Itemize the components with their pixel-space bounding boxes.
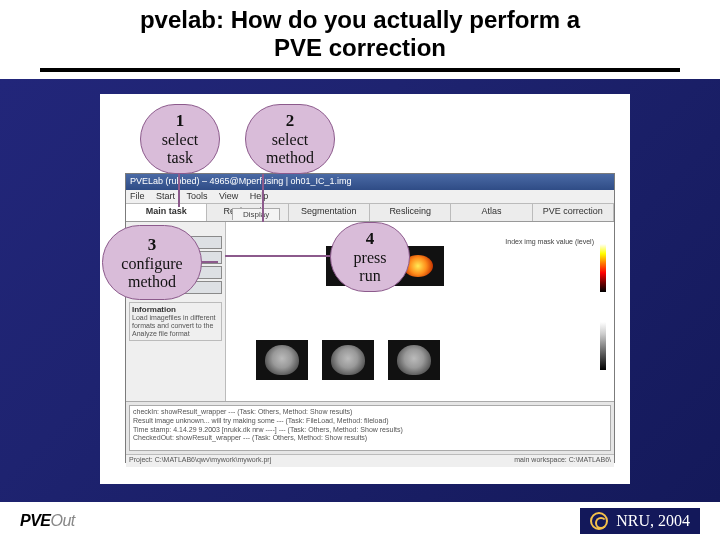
leader-1 bbox=[178, 174, 180, 207]
tab-pve-correction[interactable]: PVE correction bbox=[533, 204, 614, 221]
window-titlebar: PVELab (rubbed) – 4965@Mperfusing | oh01… bbox=[126, 174, 614, 190]
pvelab-window: PVELab (rubbed) – 4965@Mperfusing | oh01… bbox=[125, 173, 615, 463]
title-underline bbox=[40, 68, 680, 72]
swirl-icon bbox=[590, 512, 608, 530]
colorbar-label: Index img mask value (level) bbox=[505, 238, 594, 245]
tab-atlas[interactable]: Atlas bbox=[451, 204, 532, 221]
mri-scan-2 bbox=[322, 340, 374, 380]
leader-3 bbox=[200, 261, 218, 263]
task-tabs[interactable]: Main task Registration Segmentation Resl… bbox=[126, 204, 614, 222]
slide-title: pvelab: How do you actually perform aPVE… bbox=[0, 6, 720, 61]
log-box: checkIn: showResult_wrapper --- (Task: O… bbox=[129, 405, 611, 451]
pveout-logo: PVEOut bbox=[20, 512, 75, 530]
callout-2: 2 select method bbox=[245, 104, 335, 174]
menu-tools[interactable]: Tools bbox=[186, 191, 207, 201]
nru-text: NRU, 2004 bbox=[616, 512, 690, 530]
log-line: CheckedOut: showResult_wrapper --- (Task… bbox=[133, 434, 607, 443]
subtab-display[interactable]: Display bbox=[232, 208, 280, 220]
mri-scan-3 bbox=[388, 340, 440, 380]
status-project: Project: C:\MATLAB6\qwv\mywork\mywork.pr… bbox=[129, 456, 514, 466]
menubar[interactable]: File Start Tools View Help bbox=[126, 190, 614, 204]
display-area: Display Index img mask value (level) bbox=[226, 222, 614, 401]
nru-badge: NRU, 2004 bbox=[580, 508, 700, 534]
menu-help[interactable]: Help bbox=[250, 191, 269, 201]
menu-start[interactable]: Start bbox=[156, 191, 175, 201]
tab-segmentation[interactable]: Segmentation bbox=[289, 204, 370, 221]
colorbar-mri bbox=[600, 322, 606, 370]
log-line: checkIn: showResult_wrapper --- (Task: O… bbox=[133, 408, 607, 417]
mri-row bbox=[256, 340, 454, 380]
callout-4: 4 press run bbox=[330, 222, 410, 292]
callout-1: 1 select task bbox=[140, 104, 220, 174]
colorbar-pet bbox=[600, 244, 606, 292]
display-subtabs[interactable]: Display bbox=[232, 210, 279, 219]
slide-body: 1 select task 2 select method 3 configur… bbox=[0, 79, 720, 502]
mri-scan-1 bbox=[256, 340, 308, 380]
log-line: Time stamp: 4.14.29 9.2003 [nrukk.dk nrw… bbox=[133, 426, 607, 435]
information-box: Information Load imagefiles in different… bbox=[129, 302, 222, 341]
leader-4 bbox=[225, 255, 330, 257]
status-bar: Project: C:\MATLAB6\qwv\mywork\mywork.pr… bbox=[126, 454, 614, 467]
log-line: Result image unknown... will try making … bbox=[133, 417, 607, 426]
menu-file[interactable]: File bbox=[130, 191, 145, 201]
status-workspace: main workspace: C:\MATLAB6\ bbox=[514, 456, 611, 466]
leader-2 bbox=[262, 174, 264, 222]
tab-main-task[interactable]: Main task bbox=[126, 204, 207, 221]
slide-footer: PVEOut NRU, 2004 bbox=[0, 502, 720, 540]
callout-3: 3 configure method bbox=[102, 225, 202, 300]
tab-resliceing[interactable]: Resliceing bbox=[370, 204, 451, 221]
menu-view[interactable]: View bbox=[219, 191, 238, 201]
